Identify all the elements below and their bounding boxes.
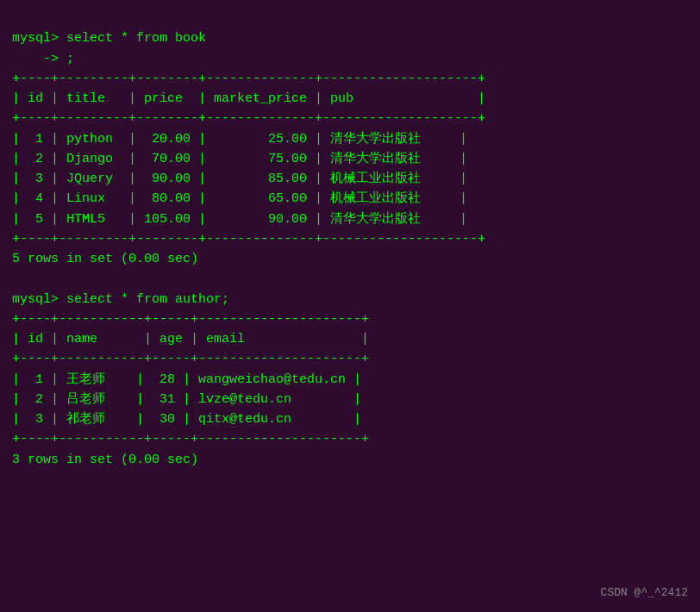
watermark-label: CSDN @^_^2412 [601, 584, 688, 602]
data-row-6: | 1 | 王老师 | 28 | wangweichao@tedu.cn | [12, 372, 361, 387]
terminal-output: mysql> select * from book -> ; +----+---… [12, 9, 688, 470]
border-6: +----+-----------+-----+----------------… [12, 432, 369, 447]
data-row-2: | 2 | Django | 70.00 | 75.00 | 清华大学出版社 | [12, 152, 467, 166]
data-row-8: | 3 | 祁老师 | 30 | qitx@tedu.cn | [12, 412, 361, 427]
cmd-line-2: -> ; [12, 52, 74, 66]
cmd-line-1: mysql> select * from book [12, 31, 206, 46]
cmd-line-3: mysql> select * from author; [12, 292, 229, 307]
border-4: +----+-----------+-----+----------------… [12, 312, 369, 327]
border-3: +----+---------+--------+--------------+… [12, 232, 485, 247]
data-row-5: | 5 | HTML5 | 105.00 | 90.00 | 清华大学出版社 | [12, 212, 467, 227]
border-2: +----+---------+--------+--------------+… [12, 111, 485, 126]
result-line-2: 3 rows in set (0.00 sec) [12, 453, 198, 467]
data-row-3: | 3 | JQuery | 90.00 | 85.00 | 机械工业出版社 | [12, 172, 467, 186]
data-row-1: | 1 | python | 20.00 | 25.00 | 清华大学出版社 | [12, 132, 467, 147]
result-line-1: 5 rows in set (0.00 sec) [12, 252, 198, 266]
data-row-4: | 4 | Linux | 80.00 | 65.00 | 机械工业出版社 | [12, 191, 467, 206]
border-5: +----+-----------+-----+----------------… [12, 352, 369, 366]
header-1: | id | title | price | market_price | pu… [12, 91, 485, 106]
header-2: | id | name | age | email | [12, 332, 369, 347]
data-row-7: | 2 | 吕老师 | 31 | lvze@tedu.cn | [12, 392, 361, 407]
border-1: +----+---------+--------+--------------+… [12, 72, 485, 86]
